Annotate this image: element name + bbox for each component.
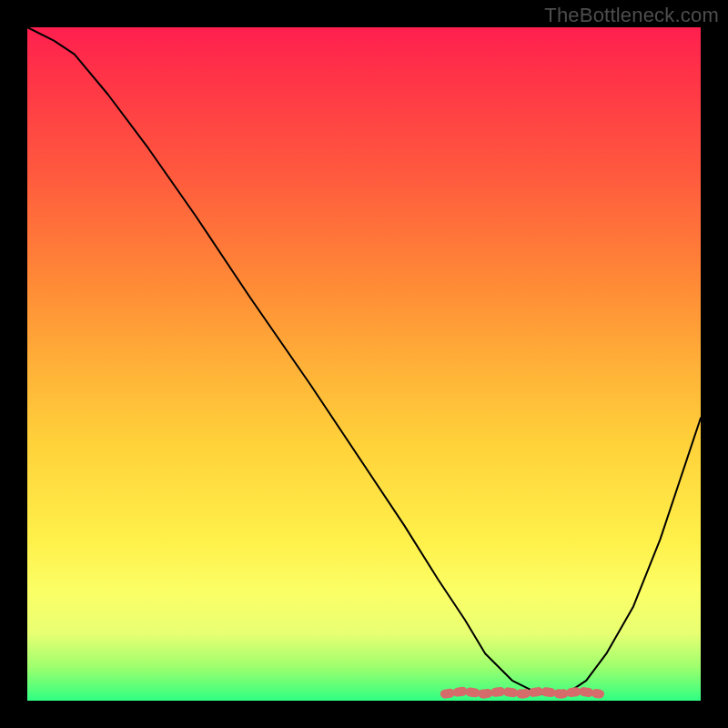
optimal-band-marker <box>445 692 600 694</box>
chart-gradient-background <box>27 27 701 701</box>
bottleneck-curve-line <box>27 27 701 694</box>
chart-svg <box>27 27 701 701</box>
chart-frame: TheBottleneck.com <box>0 0 728 728</box>
watermark-text: TheBottleneck.com <box>544 4 719 27</box>
